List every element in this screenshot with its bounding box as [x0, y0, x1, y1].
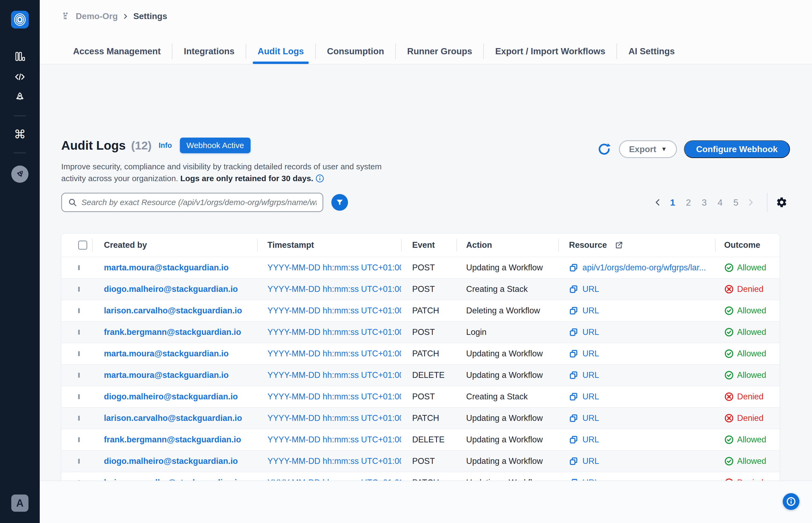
created-by-link[interactable]: larison.carvalho@stackguardian.io	[104, 413, 242, 423]
created-by-link[interactable]: marta.moura@stackguardian.io	[104, 349, 228, 358]
row-checkbox[interactable]	[78, 287, 80, 292]
page-next-icon[interactable]	[747, 198, 755, 206]
webhook-active-badge: Webhook Active	[180, 138, 250, 153]
table-header-row: Created by Timestampt Event Action Resou…	[61, 234, 779, 257]
tab-runner-groups[interactable]: Runner Groups	[396, 39, 483, 64]
tab-ai-settings[interactable]: AI Settings	[617, 39, 686, 64]
page-number-1[interactable]: 1	[670, 197, 675, 208]
row-checkbox[interactable]	[78, 373, 80, 378]
column-header-action: Action	[456, 234, 558, 257]
check-circle-icon	[724, 371, 734, 380]
timestamp-text: YYYY-MM-DD hh:mm:ss UTC+01:00	[267, 371, 401, 380]
row-checkbox[interactable]	[78, 416, 80, 420]
check-circle-icon	[724, 327, 734, 337]
copy-icon[interactable]	[569, 285, 578, 294]
page-number-5[interactable]: 5	[733, 197, 738, 208]
event-text: PATCH	[412, 306, 439, 315]
table-body: marta.moura@stackguardian.io YYYY-MM-DD …	[61, 257, 779, 515]
check-circle-icon	[724, 306, 734, 315]
resource-link[interactable]: URL	[582, 349, 599, 359]
copy-icon[interactable]	[569, 457, 578, 466]
resource-link[interactable]: api/v1/orgs/demo-org/wfgrps/lar...	[582, 263, 706, 272]
rocket-icon[interactable]	[14, 91, 26, 103]
row-checkbox[interactable]	[78, 394, 80, 399]
tab-audit-logs[interactable]: Audit Logs	[246, 39, 315, 64]
created-by-link[interactable]: frank.bergmann@stackguardian.io	[104, 435, 241, 444]
stackguardian-logo[interactable]	[11, 11, 29, 29]
refresh-button[interactable]	[597, 141, 612, 157]
external-link-icon	[615, 241, 623, 249]
gear-icon[interactable]	[775, 196, 788, 209]
breadcrumb-org[interactable]: Demo-Org	[76, 11, 118, 21]
tab-access-management[interactable]: Access Management	[62, 39, 172, 64]
created-by-link[interactable]: diogo.malheiro@stackguardian.io	[104, 392, 238, 401]
resource-link[interactable]: URL	[582, 306, 599, 315]
row-checkbox[interactable]	[78, 265, 80, 270]
page-prev-icon[interactable]	[654, 198, 662, 206]
resource-link[interactable]: URL	[582, 413, 599, 423]
created-by-link[interactable]: larison.carvalho@stackguardian.io	[104, 306, 242, 315]
tab-export-import-workflows[interactable]: Export / Import Workflows	[484, 39, 617, 64]
created-by-link[interactable]: frank.bergmann@stackguardian.io	[104, 327, 241, 337]
page-number-4[interactable]: 4	[717, 197, 722, 208]
launchpad-icon[interactable]	[11, 165, 29, 183]
created-by-link[interactable]: diogo.malheiro@stackguardian.io	[104, 284, 238, 294]
chevron-right-icon	[122, 13, 129, 20]
copy-icon[interactable]	[569, 306, 578, 315]
tab-consumption[interactable]: Consumption	[316, 39, 396, 64]
copy-icon[interactable]	[569, 435, 578, 444]
column-header-outcome: Outcome	[715, 234, 779, 257]
row-checkbox[interactable]	[78, 308, 80, 313]
created-by-link[interactable]: marta.moura@stackguardian.io	[104, 371, 228, 380]
breadcrumb-page: Settings	[133, 11, 167, 21]
event-text: DELETE	[412, 371, 445, 380]
filter-button[interactable]	[332, 194, 348, 211]
configure-webhook-button[interactable]: Configure Webhook	[684, 140, 790, 158]
select-all-checkbox[interactable]	[78, 240, 87, 250]
action-text: Updating a Workflow	[466, 349, 543, 358]
created-by-link[interactable]: diogo.malheiro@stackguardian.io	[104, 456, 238, 466]
resource-link[interactable]: URL	[582, 435, 599, 445]
divider	[767, 193, 768, 212]
bar-chart-icon[interactable]	[14, 51, 26, 62]
resource-link[interactable]: URL	[582, 371, 599, 380]
row-checkbox[interactable]	[78, 437, 80, 442]
page-count: (12)	[131, 139, 151, 152]
page-number-2[interactable]: 2	[686, 197, 691, 208]
created-by-link[interactable]: marta.moura@stackguardian.io	[104, 263, 228, 272]
copy-icon[interactable]	[569, 392, 578, 401]
tab-integrations[interactable]: Integrations	[172, 39, 246, 64]
resource-link[interactable]: URL	[582, 327, 599, 337]
copy-icon[interactable]	[569, 414, 578, 423]
command-icon[interactable]: ⌘	[14, 128, 26, 140]
timestamp-text: YYYY-MM-DD hh:mm:ss UTC+01:00	[267, 263, 401, 272]
event-text: DELETE	[412, 435, 445, 444]
event-text: POST	[412, 263, 435, 272]
org-tree-icon	[62, 12, 71, 21]
copy-icon[interactable]	[569, 349, 578, 358]
code-icon[interactable]	[14, 71, 26, 83]
export-button[interactable]: Export ▼	[619, 140, 677, 158]
search-input[interactable]	[81, 198, 317, 207]
page-number-3[interactable]: 3	[702, 197, 707, 208]
copy-icon[interactable]	[569, 371, 578, 380]
help-info-fab[interactable]	[783, 493, 799, 510]
row-checkbox[interactable]	[78, 351, 80, 356]
column-header-created-by: Created by	[92, 234, 257, 257]
tab-bar: Access ManagementIntegrationsAudit LogsC…	[62, 39, 686, 64]
info-link[interactable]: Info	[159, 141, 172, 150]
resource-link[interactable]: URL	[582, 284, 599, 294]
copy-icon[interactable]	[569, 263, 578, 272]
row-checkbox[interactable]	[78, 330, 80, 335]
copy-icon[interactable]	[569, 328, 578, 337]
info-icon[interactable]	[316, 174, 324, 186]
resource-link[interactable]: URL	[582, 456, 599, 466]
timestamp-text: YYYY-MM-DD hh:mm:ss UTC+01:00	[267, 284, 401, 294]
row-checkbox[interactable]	[78, 459, 80, 464]
resource-link[interactable]: URL	[582, 392, 599, 401]
user-avatar[interactable]: A	[11, 494, 29, 512]
event-text: PATCH	[412, 349, 439, 358]
logo-rings-icon	[13, 13, 27, 26]
outcome-text: Allowed	[737, 371, 766, 380]
check-circle-icon	[724, 263, 734, 272]
